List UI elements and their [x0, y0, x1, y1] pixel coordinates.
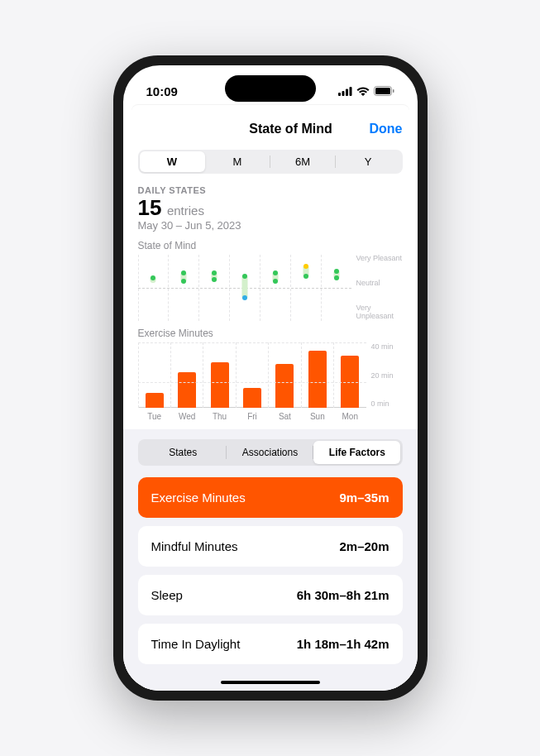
factor-value: 6h 30m–8h 21m — [297, 588, 389, 602]
wifi-icon — [356, 87, 370, 96]
exercise-day-col[interactable]: Thu — [203, 342, 235, 408]
exercise-bar — [341, 356, 359, 408]
done-button[interactable]: Done — [370, 122, 403, 136]
mind-data-point — [242, 295, 247, 300]
factor-value: 9m–35m — [339, 490, 389, 505]
mind-data-point — [181, 270, 186, 275]
factor-name: Time In Daylight — [151, 637, 241, 651]
mind-data-point — [303, 264, 308, 269]
day-label: Fri — [247, 412, 257, 421]
exercise-day-col[interactable]: Fri — [236, 342, 268, 408]
bottom-tabs: StatesAssociationsLife Factors — [138, 439, 403, 466]
exercise-bar — [275, 364, 294, 408]
mind-y-labels: Very Pleasant Neutral Very Unpleasant — [351, 255, 403, 321]
factor-name: Sleep — [151, 588, 183, 602]
exercise-bar — [308, 351, 327, 408]
svg-rect-0 — [338, 93, 341, 96]
status-icons — [338, 86, 394, 96]
nav-header: State of Mind Done — [123, 110, 418, 145]
factor-row-mindful-minutes[interactable]: Mindful Minutes2m–20m — [138, 526, 403, 567]
period-y[interactable]: Y — [336, 151, 401, 172]
period-w[interactable]: W — [140, 151, 205, 172]
factor-value: 1h 18m–1h 42m — [297, 637, 389, 651]
mind-day-col[interactable] — [168, 255, 198, 321]
period-6m[interactable]: 6M — [270, 151, 336, 172]
mind-data-point — [273, 279, 278, 284]
exercise-day-col[interactable]: Tue — [138, 342, 170, 408]
mind-data-point — [212, 270, 217, 275]
exercise-day-col[interactable]: Wed — [170, 342, 203, 408]
day-label: Mon — [342, 412, 358, 421]
svg-rect-3 — [349, 87, 351, 96]
state-of-mind-chart: State of Mind Very Pleasant Neutral Very… — [123, 235, 418, 323]
chart-title-exercise: Exercise Minutes — [138, 328, 403, 339]
exercise-day-col[interactable]: Mon — [333, 342, 366, 408]
screen: 10:09 State of Mind Done WM6MY DAILY STA… — [123, 65, 418, 691]
day-label: Wed — [179, 412, 195, 421]
tab-associations[interactable]: Associations — [227, 441, 313, 464]
factor-row-time-in-daylight[interactable]: Time In Daylight1h 18m–1h 42m — [138, 624, 403, 664]
day-label: Sun — [310, 412, 325, 421]
period-m[interactable]: M — [205, 151, 270, 172]
summary-label: DAILY STATES — [138, 185, 403, 195]
factor-value: 2m–20m — [339, 539, 389, 553]
exercise-bar — [243, 388, 261, 408]
signal-icon — [338, 87, 352, 96]
factor-name: Exercise Minutes — [151, 490, 246, 505]
svg-rect-5 — [375, 88, 390, 94]
tab-life-factors[interactable]: Life Factors — [313, 441, 400, 464]
mind-day-col[interactable] — [198, 255, 229, 321]
period-segmented-control: WM6MY — [138, 150, 403, 174]
exercise-chart: Exercise Minutes TueWedThuFriSatSunMon 4… — [123, 323, 418, 423]
mind-day-col[interactable] — [321, 255, 351, 321]
exercise-day-col[interactable]: Sun — [301, 342, 333, 408]
mind-day-col[interactable] — [229, 255, 260, 321]
exercise-y-labels: 40 min 20 min 0 min — [366, 342, 403, 421]
exercise-day-col[interactable]: Sat — [268, 342, 300, 408]
home-indicator[interactable] — [221, 681, 320, 684]
status-time: 10:09 — [146, 84, 178, 98]
mind-day-col[interactable] — [260, 255, 290, 321]
summary-block: DAILY STATES 15 entries May 30 – Jun 5, … — [123, 179, 418, 235]
life-factors-panel: StatesAssociationsLife Factors Exercise … — [123, 429, 418, 691]
mind-data-point — [303, 274, 308, 279]
mind-data-point — [151, 275, 155, 280]
factor-row-exercise-minutes[interactable]: Exercise Minutes9m–35m — [138, 477, 403, 518]
mind-data-point — [273, 270, 278, 275]
svg-rect-6 — [393, 89, 394, 93]
mind-data-point — [334, 275, 339, 280]
status-bar: 10:09 — [123, 65, 418, 105]
ex-label-top: 40 min — [371, 342, 403, 351]
mind-label-mid: Neutral — [356, 280, 403, 288]
tab-states[interactable]: States — [140, 441, 227, 464]
exercise-bar — [178, 372, 196, 408]
factor-row-sleep[interactable]: Sleep6h 30m–8h 21m — [138, 575, 403, 615]
mind-day-col[interactable] — [290, 255, 321, 321]
mind-data-point — [181, 279, 186, 284]
phone-frame: 10:09 State of Mind Done WM6MY DAILY STA… — [113, 55, 428, 701]
ex-label-bot: 0 min — [371, 400, 403, 408]
exercise-bar — [211, 362, 229, 408]
mind-day-col[interactable] — [138, 255, 169, 321]
day-label: Sat — [279, 412, 291, 421]
content: State of Mind Done WM6MY DAILY STATES 15… — [123, 110, 418, 691]
mind-data-point — [334, 269, 339, 274]
chart-title-mind: State of Mind — [138, 240, 403, 251]
mind-data-point — [242, 274, 247, 279]
day-label: Thu — [213, 412, 227, 421]
svg-rect-2 — [346, 89, 348, 96]
mind-label-top: Very Pleasant — [356, 255, 403, 263]
day-label: Tue — [147, 412, 161, 421]
exercise-bar — [146, 393, 164, 408]
battery-icon — [374, 86, 394, 96]
entry-unit: entries — [167, 203, 204, 218]
factor-name: Mindful Minutes — [151, 539, 238, 553]
entry-count: 15 — [138, 195, 162, 220]
date-range: May 30 – Jun 5, 2023 — [138, 219, 403, 232]
svg-rect-1 — [342, 91, 344, 96]
ex-label-mid: 20 min — [371, 371, 403, 380]
mind-data-point — [212, 277, 217, 282]
mind-label-bot: Very Unpleasant — [356, 304, 403, 321]
